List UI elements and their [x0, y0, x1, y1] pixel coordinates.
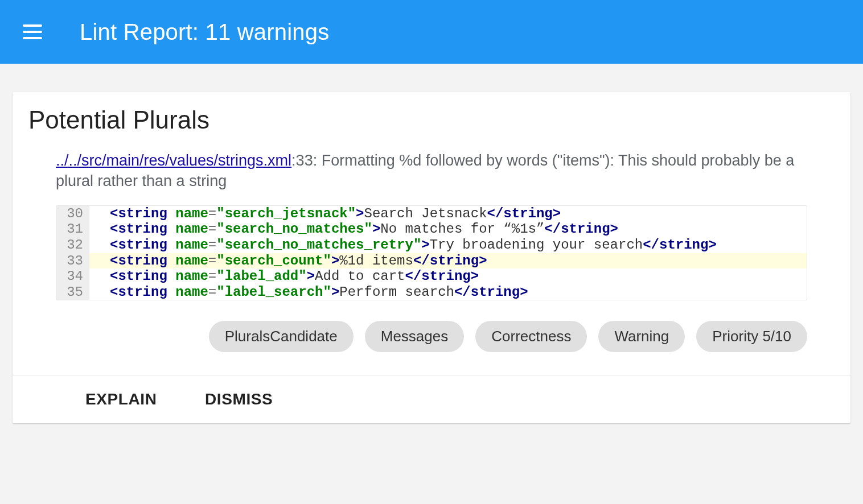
hamburger-menu-icon[interactable]: [23, 20, 46, 43]
chip-warning[interactable]: Warning: [598, 321, 685, 352]
dismiss-button[interactable]: DISMISS: [205, 390, 273, 408]
chip-row: PluralsCandidateMessagesCorrectnessWarni…: [28, 321, 835, 352]
line-number: 35: [56, 284, 89, 300]
source-file-link[interactable]: ../../src/main/res/values/strings.xml: [56, 152, 291, 169]
code-line: 32<string name="search_no_matches_retry"…: [56, 237, 807, 253]
code-content: <string name="search_count">%1d items</s…: [89, 253, 807, 269]
line-number: 30: [56, 206, 89, 222]
explain-button[interactable]: EXPLAIN: [85, 390, 157, 408]
issue-title: Potential Plurals: [28, 106, 835, 134]
chip-priority-5-10[interactable]: Priority 5/10: [696, 321, 807, 352]
line-number: 32: [56, 237, 89, 253]
code-line: 35<string name="label_search">Perform se…: [56, 284, 807, 300]
line-number: 33: [56, 253, 89, 269]
code-line: 30<string name="search_jetsnack">Search …: [56, 206, 807, 222]
code-line: 31<string name="search_no_matches">No ma…: [56, 221, 807, 237]
code-content: <string name="search_no_matches_retry">T…: [89, 237, 807, 253]
code-content: <string name="label_search">Perform sear…: [89, 284, 807, 300]
content-area: Potential Plurals ../../src/main/res/val…: [0, 64, 863, 446]
line-number: 34: [56, 268, 89, 284]
chip-correctness[interactable]: Correctness: [475, 321, 587, 352]
card-actions: EXPLAIN DISMISS: [13, 375, 850, 423]
app-bar: Lint Report: 11 warnings: [0, 0, 863, 64]
code-content: <string name="label_add">Add to cart</st…: [89, 268, 807, 284]
chip-messages[interactable]: Messages: [365, 321, 465, 352]
code-line: 34<string name="label_add">Add to cart</…: [56, 268, 807, 284]
chip-pluralscandidate[interactable]: PluralsCandidate: [209, 321, 354, 352]
code-snippet: 30<string name="search_jetsnack">Search …: [56, 205, 807, 301]
code-content: <string name="search_jetsnack">Search Je…: [89, 206, 807, 222]
line-number: 31: [56, 221, 89, 237]
issue-card: Potential Plurals ../../src/main/res/val…: [13, 92, 850, 423]
issue-description: ../../src/main/res/values/strings.xml:33…: [28, 150, 835, 192]
app-title: Lint Report: 11 warnings: [80, 19, 329, 45]
code-content: <string name="search_no_matches">No matc…: [89, 221, 807, 237]
code-line: 33<string name="search_count">%1d items<…: [56, 253, 807, 269]
